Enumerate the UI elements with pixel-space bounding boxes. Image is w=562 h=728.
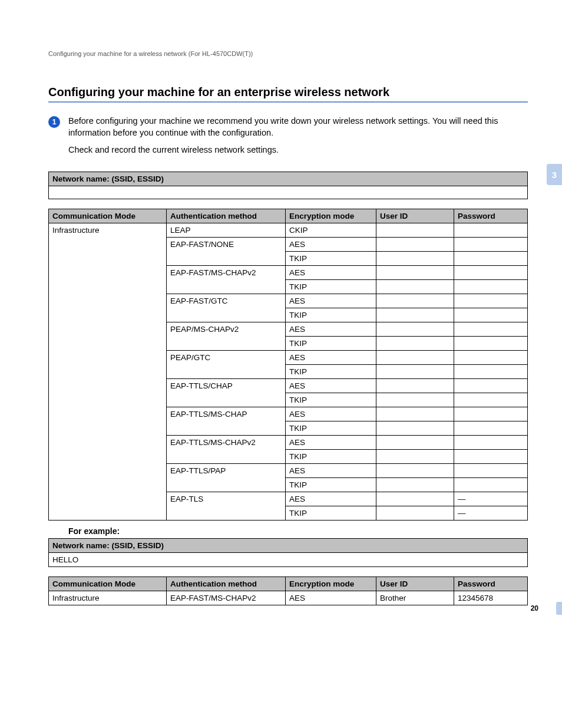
step-text: Before configuring your machine we recom…: [68, 116, 528, 162]
uid-cell: [376, 506, 454, 520]
uid-cell: [376, 308, 454, 322]
ex-enc: AES: [286, 591, 376, 605]
uid-cell: [376, 294, 454, 308]
settings-header-row: Communication Mode Authentication method…: [49, 209, 528, 223]
pwd-cell: —: [454, 506, 528, 520]
enc-cell: TKIP: [286, 449, 376, 463]
pwd-cell: [454, 449, 528, 463]
col-enc-header: Encryption mode: [286, 209, 376, 223]
chapter-tab: 3: [547, 164, 562, 185]
uid-cell: [376, 265, 454, 279]
ex-auth: EAP-FAST/MS-CHAPv2: [167, 591, 286, 605]
auth-cell: EAP-TTLS/MS-CHAP: [167, 407, 286, 435]
ex-col-pwd: Password: [454, 577, 528, 591]
running-header: Configuring your machine for a wireless …: [48, 50, 528, 57]
uid-cell: [376, 378, 454, 393]
pwd-cell: [454, 251, 528, 265]
pwd-cell: [454, 463, 528, 477]
pwd-cell: [454, 378, 528, 393]
ex-col-uid: User ID: [376, 577, 454, 591]
pwd-cell: [454, 265, 528, 279]
pwd-cell: [454, 294, 528, 308]
example-row-table: Communication Mode Authentication method…: [48, 577, 528, 605]
auth-cell: EAP-TTLS/MS-CHAPv2: [167, 435, 286, 463]
step-paragraph-2: Check and record the current wireless ne…: [68, 144, 528, 156]
example-data-row: Infrastructure EAP-FAST/MS-CHAPv2 AES Br…: [49, 591, 528, 605]
page-number: 20: [531, 604, 538, 612]
pwd-cell: [454, 322, 528, 336]
enc-cell: AES: [286, 265, 376, 279]
uid-cell: [376, 237, 454, 251]
example-header-row: Communication Mode Authentication method…: [49, 577, 528, 591]
enc-cell: TKIP: [286, 393, 376, 407]
ex-col-enc: Encryption mode: [286, 577, 376, 591]
ex-col-comm: Communication Mode: [49, 577, 167, 591]
pwd-cell: [454, 421, 528, 435]
corner-tab: [556, 602, 562, 615]
for-example-label: For example:: [68, 526, 528, 536]
enc-cell: TKIP: [286, 364, 376, 378]
auth-cell: EAP-FAST/MS-CHAPv2: [167, 265, 286, 294]
pwd-cell: [454, 364, 528, 378]
pwd-cell: —: [454, 492, 528, 506]
col-uid-header: User ID: [376, 209, 454, 223]
ex-comm: Infrastructure: [49, 591, 167, 605]
pwd-cell: [454, 279, 528, 294]
enc-cell: AES: [286, 435, 376, 449]
enc-cell: TKIP: [286, 506, 376, 520]
enc-cell: TKIP: [286, 336, 376, 350]
uid-cell: [376, 279, 454, 294]
pwd-cell: [454, 308, 528, 322]
step-number-badge: 1: [48, 116, 60, 128]
enc-cell: AES: [286, 294, 376, 308]
pwd-cell: [454, 336, 528, 350]
auth-cell: EAP-FAST/GTC: [167, 294, 286, 322]
ssid-blank-cell: [49, 186, 528, 199]
uid-cell: [376, 350, 454, 364]
uid-cell: [376, 435, 454, 449]
col-auth-header: Authentication method: [167, 209, 286, 223]
uid-cell: [376, 251, 454, 265]
uid-cell: [376, 463, 454, 477]
auth-cell: EAP-FAST/NONE: [167, 237, 286, 265]
uid-cell: [376, 364, 454, 378]
enc-cell: AES: [286, 237, 376, 251]
enc-cell: AES: [286, 378, 376, 393]
enc-cell: TKIP: [286, 477, 376, 492]
uid-cell: [376, 336, 454, 350]
ex-col-auth: Authentication method: [167, 577, 286, 591]
enc-cell: AES: [286, 407, 376, 421]
enc-cell: AES: [286, 463, 376, 477]
enc-cell: AES: [286, 492, 376, 506]
uid-cell: [376, 322, 454, 336]
ssid-header: Network name: (SSID, ESSID): [49, 172, 528, 186]
auth-cell: EAP-TLS: [167, 492, 286, 520]
auth-cell: PEAP/MS-CHAPv2: [167, 322, 286, 350]
pwd-cell: [454, 407, 528, 421]
uid-cell: [376, 393, 454, 407]
auth-cell: LEAP: [167, 223, 286, 237]
col-comm-header: Communication Mode: [49, 209, 167, 223]
example-ssid-table: Network name: (SSID, ESSID) HELLO: [48, 538, 528, 567]
table-row: InfrastructureLEAPCKIP: [49, 223, 528, 237]
uid-cell: [376, 492, 454, 506]
enc-cell: TKIP: [286, 308, 376, 322]
auth-cell: EAP-TTLS/PAP: [167, 463, 286, 492]
settings-table: Communication Mode Authentication method…: [48, 209, 528, 521]
col-pwd-header: Password: [454, 209, 528, 223]
step-paragraph-1: Before configuring your machine we recom…: [68, 116, 528, 139]
uid-cell: [376, 223, 454, 237]
enc-cell: TKIP: [286, 421, 376, 435]
uid-cell: [376, 477, 454, 492]
section-heading: Configuring your machine for an enterpri…: [48, 85, 528, 99]
enc-cell: AES: [286, 322, 376, 336]
uid-cell: [376, 407, 454, 421]
pwd-cell: [454, 435, 528, 449]
pwd-cell: [454, 393, 528, 407]
step-block: 1 Before configuring your machine we rec…: [48, 116, 528, 162]
auth-cell: EAP-TTLS/CHAP: [167, 378, 286, 407]
ssid-table: Network name: (SSID, ESSID): [48, 172, 528, 199]
pwd-cell: [454, 223, 528, 237]
heading-rule: [48, 101, 528, 103]
example-ssid-header: Network name: (SSID, ESSID): [49, 538, 528, 552]
